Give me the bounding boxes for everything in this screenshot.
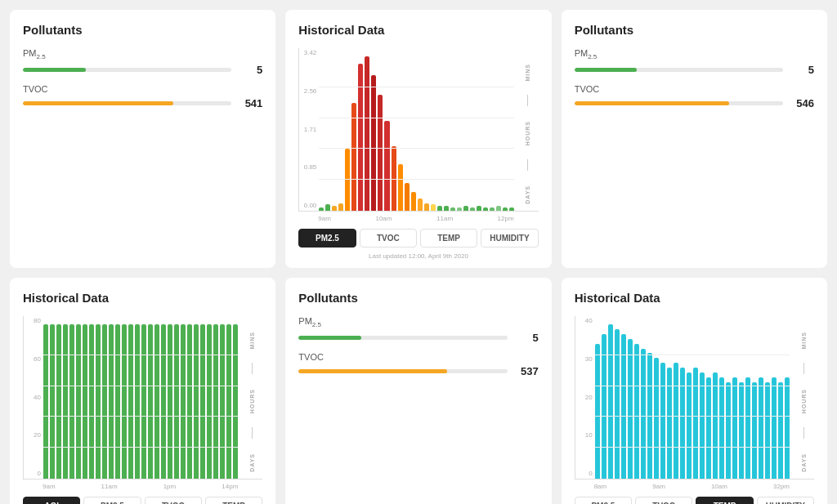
- bar-col: [338, 56, 343, 211]
- bar-rect: [759, 377, 763, 479]
- bar-rect: [496, 206, 501, 211]
- pm25-bar-row: 5: [298, 332, 538, 344]
- tab-btn-pm25[interactable]: PM2.5: [298, 229, 356, 248]
- bar-rect: [628, 339, 633, 479]
- side-divider2: [803, 427, 804, 439]
- bar-col: [83, 324, 87, 479]
- side-divider2: [527, 159, 528, 171]
- tab-btn-pm25[interactable]: PM2.5: [575, 497, 632, 504]
- bar-col: [509, 56, 514, 211]
- tab-btn-humidity[interactable]: HUMIDITY: [757, 497, 814, 504]
- bar-rect: [89, 324, 94, 479]
- bar-col: [608, 324, 613, 479]
- tvoc-fill: [298, 369, 446, 373]
- pm25-track: [298, 336, 507, 340]
- y-labels: 0.000.851.712.563.42: [299, 48, 319, 211]
- bar-col: [713, 324, 718, 479]
- bar-rect: [490, 207, 495, 211]
- bar-rect: [463, 206, 468, 211]
- bar-col: [207, 324, 212, 479]
- bar-rect: [431, 204, 436, 211]
- bar-col: [654, 324, 659, 479]
- tab-row: PM2.5TVOCTEMPHUMIDITY: [298, 229, 538, 248]
- y-label: 40: [24, 395, 43, 401]
- x-label: 9am: [43, 483, 56, 490]
- pm25-fill: [23, 68, 86, 72]
- y-label: 40: [575, 318, 595, 324]
- bar-rect: [654, 358, 659, 479]
- bar-rect: [76, 324, 81, 479]
- bar-rect: [148, 324, 153, 479]
- x-labels: 9am11am1pm14pm: [23, 479, 262, 490]
- bar-col: [483, 56, 488, 211]
- bar-col: [477, 56, 481, 211]
- bar-col: [345, 56, 350, 211]
- bar-rect: [332, 206, 337, 211]
- bar-rect: [772, 377, 777, 479]
- bar-col: [785, 324, 790, 479]
- tab-btn-tvoc[interactable]: TVOC: [145, 497, 202, 504]
- tab-btn-aqi[interactable]: AQI: [23, 497, 80, 504]
- bar-rect: [365, 56, 369, 211]
- bar-col: [168, 324, 172, 479]
- bar-col: [615, 324, 620, 479]
- side-divider: [803, 363, 804, 374]
- tab-btn-tvoc[interactable]: TVOC: [360, 229, 417, 248]
- bar-col: [595, 324, 600, 479]
- bar-col: [233, 324, 238, 479]
- mins-label: MINS: [249, 332, 255, 350]
- pm25-row: PM2.5 5: [575, 48, 814, 76]
- bar-col: [674, 324, 678, 479]
- bar-col: [63, 324, 68, 479]
- bar-col: [634, 324, 639, 479]
- side-labels: MINS HOURS DAYS: [794, 324, 812, 479]
- bar-col: [76, 324, 81, 479]
- bar-col: [141, 324, 146, 479]
- bar-rect: [168, 324, 172, 479]
- tvoc-fill: [575, 101, 729, 105]
- side-divider2: [252, 427, 253, 439]
- x-labels: 8am9am10am32pm: [575, 479, 814, 490]
- bar-rect: [660, 363, 665, 479]
- bar-rect: [213, 324, 218, 479]
- bar-rect: [405, 183, 410, 211]
- tab-btn-humidity[interactable]: HUMIDITY: [481, 229, 538, 248]
- bar-rect: [687, 372, 692, 479]
- bar-col: [154, 324, 159, 479]
- bar-col: [641, 324, 646, 479]
- bar-col: [96, 324, 101, 479]
- bar-rect: [351, 103, 356, 211]
- bar-rect: [56, 324, 61, 479]
- bar-col: [739, 324, 744, 479]
- tab-btn-pm25[interactable]: PM2.5: [83, 497, 141, 504]
- bar-rect: [43, 324, 48, 479]
- tab-row: PM2.5TVOCTEMPHUMIDITY: [575, 497, 814, 504]
- historical-card-3: Historical Data 010203040: [562, 278, 827, 504]
- tvoc-value: 541: [238, 97, 262, 109]
- y-label: 10: [575, 432, 595, 439]
- bar-rect: [706, 377, 711, 479]
- historical-title: Historical Data: [575, 291, 814, 305]
- bar-rect: [509, 207, 514, 211]
- bar-col: [680, 324, 685, 479]
- bar-col: [148, 324, 153, 479]
- bar-col: [660, 324, 665, 479]
- side-labels: MINS HOURS DAYS: [243, 324, 261, 479]
- tab-btn-tvoc[interactable]: TVOC: [635, 497, 692, 504]
- chart-area: 0.000.851.712.563.42: [298, 48, 538, 212]
- tab-btn-temp[interactable]: TEMP: [420, 229, 477, 248]
- pm25-bar-row: 5: [575, 64, 814, 76]
- pm25-value: 5: [238, 64, 262, 76]
- tab-btn-temp[interactable]: TEMP: [205, 497, 262, 504]
- pm25-row: PM2.5 5: [298, 316, 538, 344]
- bar-col: [687, 324, 692, 479]
- side-divider: [527, 95, 528, 106]
- bar-rect: [602, 334, 606, 479]
- historical-title: Historical Data: [23, 291, 262, 305]
- bar-rect: [680, 368, 685, 479]
- pm25-track: [23, 68, 231, 72]
- bar-rect: [69, 324, 74, 479]
- tab-btn-temp[interactable]: TEMP: [696, 497, 753, 504]
- bar-rect: [411, 192, 416, 211]
- y-label: 2.56: [299, 88, 319, 95]
